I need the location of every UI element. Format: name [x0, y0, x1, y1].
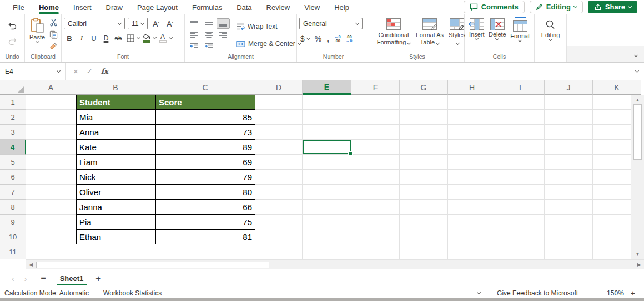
increase-font-size-icon[interactable]: Aˆ — [150, 18, 162, 29]
cancel-icon[interactable]: × — [73, 67, 78, 76]
status-bar-options-icon[interactable] — [477, 290, 481, 294]
menu-tab-page-layout[interactable]: Page Layout — [130, 1, 185, 14]
fill-color-icon[interactable] — [141, 33, 152, 44]
vertical-scroll-thumb[interactable] — [633, 104, 642, 160]
cell-H3[interactable] — [448, 125, 496, 140]
cell-B3[interactable]: Anna — [76, 125, 155, 140]
conditional-formatting-button[interactable]: Conditional Formatting — [374, 17, 414, 53]
italic-button[interactable]: I — [76, 33, 87, 44]
cell-F11[interactable] — [351, 244, 400, 259]
decrease-decimal-icon[interactable]: .00 →0 — [346, 35, 353, 43]
cell-I5[interactable] — [496, 155, 545, 170]
cell-J9[interactable] — [545, 215, 593, 229]
redo-icon[interactable] — [8, 38, 17, 46]
cell-E7[interactable] — [303, 185, 351, 200]
cell-C7[interactable]: 80 — [155, 185, 255, 200]
cell-I3[interactable] — [496, 125, 545, 140]
cell-B2[interactable]: Mia — [76, 110, 155, 125]
row-header-11[interactable]: 11 — [0, 244, 26, 259]
cell-E4[interactable] — [303, 140, 351, 155]
cell-F3[interactable] — [351, 125, 400, 140]
editing-mode-button[interactable]: Editing — [530, 1, 583, 13]
cell-G10[interactable] — [400, 229, 448, 244]
share-button[interactable]: Share — [588, 1, 637, 13]
cell-I4[interactable] — [496, 140, 545, 155]
cell-D4[interactable] — [255, 140, 303, 155]
calculation-mode-status[interactable]: Calculation Mode: Automatic — [4, 289, 89, 297]
column-header-G[interactable]: G — [400, 80, 448, 95]
cell-H10[interactable] — [448, 229, 496, 244]
cell-C8[interactable]: 66 — [155, 200, 255, 215]
workbook-statistics-button[interactable]: Workbook Statistics — [103, 289, 162, 297]
scroll-down-icon[interactable]: ▼ — [636, 250, 640, 259]
cell-F5[interactable] — [351, 155, 400, 170]
menu-tab-file[interactable]: File — [6, 1, 32, 14]
cell-D2[interactable] — [255, 110, 303, 125]
cell-C1[interactable]: Score — [155, 95, 255, 110]
cell-E5[interactable] — [303, 155, 351, 170]
cell-C9[interactable]: 75 — [155, 215, 255, 229]
font-size-select[interactable]: 11 — [128, 18, 148, 29]
cell-I6[interactable] — [496, 170, 545, 185]
insert-cells-button[interactable]: Insert — [469, 17, 485, 53]
copy-icon[interactable] — [49, 30, 58, 39]
cell-B8[interactable]: Janna — [76, 200, 155, 215]
cell-A10[interactable] — [26, 229, 76, 244]
cell-G5[interactable] — [400, 155, 448, 170]
cell-H5[interactable] — [448, 155, 496, 170]
cell-A2[interactable] — [26, 110, 76, 125]
cell-G11[interactable] — [400, 244, 448, 259]
cut-icon[interactable] — [49, 18, 58, 27]
decrease-indent-icon[interactable] — [188, 40, 201, 51]
percent-format-icon[interactable]: % — [315, 34, 321, 43]
comma-format-icon[interactable]: , — [326, 33, 329, 44]
column-header-I[interactable]: I — [496, 80, 545, 95]
cell-G8[interactable] — [400, 200, 448, 215]
font-color-icon[interactable]: A — [157, 33, 168, 44]
column-header-D[interactable]: D — [255, 80, 303, 95]
cell-G2[interactable] — [400, 110, 448, 125]
cell-E6[interactable] — [303, 170, 351, 185]
feedback-link[interactable]: Give Feedback to Microsoft — [497, 289, 578, 297]
cell-E1[interactable] — [303, 95, 351, 110]
cell-I11[interactable] — [496, 244, 545, 259]
select-all-corner[interactable] — [0, 80, 26, 95]
editing-menu-button[interactable]: Editing — [541, 17, 560, 62]
column-header-H[interactable]: H — [448, 80, 496, 95]
comments-button[interactable]: Comments — [464, 1, 525, 13]
cell-G7[interactable] — [400, 185, 448, 200]
cell-G6[interactable] — [400, 170, 448, 185]
cell-B10[interactable]: Ethan — [76, 229, 155, 244]
cell-J7[interactable] — [545, 185, 593, 200]
cell-E11[interactable] — [303, 244, 351, 259]
cell-A3[interactable] — [26, 125, 76, 140]
double-underline-button[interactable]: D — [100, 33, 112, 44]
insert-function-icon[interactable]: fx — [101, 67, 108, 75]
format-cells-button[interactable]: Format — [510, 17, 530, 53]
column-header-F[interactable]: F — [351, 80, 400, 95]
bold-button[interactable]: B — [64, 33, 75, 44]
cell-H9[interactable] — [448, 215, 496, 229]
cell-F9[interactable] — [351, 215, 400, 229]
cell-D1[interactable] — [255, 95, 303, 110]
column-header-C[interactable]: C — [155, 80, 255, 95]
menu-tab-draw[interactable]: Draw — [99, 1, 130, 14]
cell-B11[interactable] — [76, 244, 155, 259]
align-center-icon[interactable] — [202, 29, 215, 40]
cell-H11[interactable] — [448, 244, 496, 259]
align-middle-icon[interactable] — [202, 18, 215, 29]
cell-E9[interactable] — [303, 215, 351, 229]
decrease-font-size-icon[interactable]: Aˇ — [164, 18, 175, 29]
cell-B7[interactable]: Oliver — [76, 185, 155, 200]
formula-input[interactable] — [116, 63, 636, 80]
cell-D7[interactable] — [255, 185, 303, 200]
zoom-in-button[interactable]: + — [631, 289, 635, 298]
font-family-select[interactable]: Calibri — [64, 18, 125, 29]
cell-J6[interactable] — [545, 170, 593, 185]
row-header-1[interactable]: 1 — [0, 95, 26, 110]
cell-F4[interactable] — [351, 140, 400, 155]
align-bottom-icon[interactable] — [217, 18, 230, 29]
scroll-up-icon[interactable]: ▲ — [636, 95, 640, 104]
row-header-8[interactable]: 8 — [0, 200, 26, 215]
horizontal-scrollbar[interactable]: ◀ ▶ — [26, 259, 644, 269]
